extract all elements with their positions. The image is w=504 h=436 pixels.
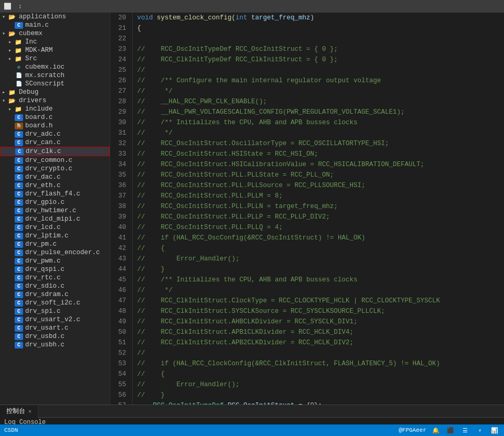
tab-console[interactable]: 控制台 ✕ <box>0 405 38 418</box>
sidebar-item-drv_clk.c[interactable]: drv_clk.c <box>0 147 110 156</box>
sidebar-item-drv_usbh.c[interactable]: drv_usbh.c <box>0 341 110 349</box>
line-content-35[interactable]: // RCC_OscInitStruct.PLL.PLLState = RCC_… <box>133 170 504 180</box>
line-content-33[interactable]: // RCC_OscInitStruct.HSIState = RCC_HSI_… <box>133 149 504 159</box>
line-content-47[interactable]: // RCC_ClkInitStruct.ClockType = RCC_CLO… <box>133 296 504 306</box>
line-content-29[interactable]: // __HAL_PWR_VOLTAGESCALING_CONFIG(PWR_R… <box>133 107 504 117</box>
line-content-37[interactable]: // RCC_OscInitStruct.PLL.PLLM = 8; <box>133 191 504 201</box>
line-content-40[interactable]: // RCC_OscInitStruct.PLL.PLLQ = 4; <box>133 222 504 233</box>
line-content-26[interactable]: // /** Configure the main internal regul… <box>133 75 504 86</box>
line-content-34[interactable]: // RCC_OscInitStruct.HSICalibrationValue… <box>133 159 504 170</box>
sidebar-item-cubemx.ioc[interactable]: cubemx.ioc <box>0 63 110 71</box>
code-row-46: 46// */ <box>110 285 504 296</box>
sidebar-item-main.c[interactable]: main.c <box>0 21 110 29</box>
sidebar-item-drivers[interactable]: drivers <box>0 96 110 105</box>
sidebar-item-Src[interactable]: Src <box>0 54 110 63</box>
sidebar-item-board.c[interactable]: board.c <box>0 113 110 122</box>
line-content-54[interactable]: // { <box>133 369 504 379</box>
sidebar-item-drv_crypto.c[interactable]: drv_crypto.c <box>0 165 110 173</box>
sidebar-item-drv_pm.c[interactable]: drv_pm.c <box>0 240 110 248</box>
line-content-21[interactable]: { <box>133 23 504 34</box>
line-content-56[interactable]: // } <box>133 390 504 400</box>
sidebar-item-drv_flash_f4.c[interactable]: drv_flash_f4.c <box>0 190 110 198</box>
line-content-28[interactable]: // __HAL_RCC_PWR_CLK_ENABLE(); <box>133 96 504 107</box>
sidebar-item-drv_gpio.c[interactable]: drv_gpio.c <box>0 198 110 206</box>
sidebar-item-drv_pwm.c[interactable]: drv_pwm.c <box>0 257 110 265</box>
sidebar-item-drv_soft_i2c.c[interactable]: drv_soft_i2c.c <box>0 299 110 307</box>
line-number-26: 26 <box>110 75 133 86</box>
sidebar-item-drv_spi.c[interactable]: drv_spi.c <box>0 307 110 315</box>
line-content-49[interactable]: // RCC_ClkInitStruct.AHBCLKDivider = RCC… <box>133 317 504 327</box>
sidebar-item-drv_usart_v2.c[interactable]: drv_usart_v2.c <box>0 315 110 324</box>
toolbar-btn-1[interactable]: ⬜ <box>2 2 13 11</box>
line-content-44[interactable]: // } <box>133 264 504 275</box>
sidebar-item-drv_dac.c[interactable]: drv_dac.c <box>0 173 110 181</box>
sidebar-label-MDK-ARM: MDK-ARM <box>25 47 110 54</box>
sidebar-label-drv_dac.c: drv_dac.c <box>25 173 110 181</box>
code-row-42: 42// { <box>110 243 504 254</box>
line-content-22[interactable] <box>133 34 504 44</box>
line-content-50[interactable]: // RCC_ClkInitStruct.APB1CLKDivider = RC… <box>133 327 504 337</box>
sidebar-item-drv_common.c[interactable]: drv_common.c <box>0 156 110 165</box>
line-content-24[interactable]: // RCC_ClkInitTypeDef RCC_ClkInitStruct … <box>133 54 504 65</box>
line-content-45[interactable]: // /** Initializes the CPU, AHB and APB … <box>133 275 504 285</box>
c-icon-drv_usart_v2.c <box>15 317 23 323</box>
code-editor[interactable]: 20void system_clock_config(int target_fr… <box>110 13 504 405</box>
line-content-36[interactable]: // RCC_OscInitStruct.PLL.PLLSource = RCC… <box>133 180 504 191</box>
sidebar-item-drv_qspi.c[interactable]: drv_qspi.c <box>0 265 110 274</box>
sidebar-label-drv_pulse_encoder.c: drv_pulse_encoder.c <box>25 249 110 256</box>
line-content-43[interactable]: // Error_Handler(); <box>133 254 504 264</box>
code-row-40: 40// RCC_OscInitStruct.PLL.PLLQ = 4; <box>110 222 504 233</box>
sidebar-item-drv_lptim.c[interactable]: drv_lptim.c <box>0 232 110 240</box>
line-content-51[interactable]: // RCC_ClkInitStruct.APB2CLKDivider = RC… <box>133 337 504 348</box>
line-content-30[interactable]: // /** Initializes the CPU, AHB and APB … <box>133 117 504 128</box>
line-content-57[interactable]: RCC_OscInitTypeDef RCC_OscInitStruct = {… <box>133 400 504 405</box>
line-content-48[interactable]: // RCC_ClkInitStruct.SYSCLKSource = RCC_… <box>133 306 504 317</box>
line-content-25[interactable]: // <box>133 65 504 75</box>
sidebar-item-drv_hwtimer.c[interactable]: drv_hwtimer.c <box>0 206 110 215</box>
line-content-38[interactable]: // RCC_OscInitStruct.PLL.PLLN = target_f… <box>133 201 504 212</box>
line-content-46[interactable]: // */ <box>133 285 504 296</box>
sidebar-item-cubemx[interactable]: cubemx <box>0 29 110 38</box>
sidebar-item-drv_lcd_mipi.c[interactable]: drv_lcd_mipi.c <box>0 215 110 223</box>
line-content-42[interactable]: // { <box>133 243 504 254</box>
folder-icon-Inc <box>15 39 23 46</box>
sidebar-label-drv_lptim.c: drv_lptim.c <box>25 232 110 239</box>
line-content-31[interactable]: // */ <box>133 128 504 138</box>
sidebar-item-Inc[interactable]: Inc <box>0 38 110 46</box>
c-icon-drv_can.c <box>15 139 23 146</box>
line-content-32[interactable]: // RCC_OscInitStruct.OscillatorType = RC… <box>133 138 504 149</box>
line-content-23[interactable]: // RCC_OscInitTypeDef RCC_OscInitStruct … <box>133 44 504 54</box>
code-table: 20void system_clock_config(int target_fr… <box>110 13 504 405</box>
sidebar-item-mx.scratch[interactable]: mx.scratch <box>0 71 110 80</box>
sidebar-item-drv_adc.c[interactable]: drv_adc.c <box>0 130 110 138</box>
code-row-30: 30// /** Initializes the CPU, AHB and AP… <box>110 117 504 128</box>
sidebar-item-drv_rtc.c[interactable]: drv_rtc.c <box>0 274 110 282</box>
sidebar-item-MDK-ARM[interactable]: MDK-ARM <box>0 46 110 54</box>
sidebar-item-drv_usbd.c[interactable]: drv_usbd.c <box>0 332 110 341</box>
sidebar-item-applications[interactable]: applications <box>0 13 110 21</box>
line-content-55[interactable]: // Error_Handler(); <box>133 379 504 390</box>
toolbar-btn-2[interactable]: ↕ <box>15 2 25 11</box>
console-close[interactable]: ✕ <box>28 408 31 415</box>
sidebar-item-include[interactable]: include <box>0 105 110 113</box>
line-content-53[interactable]: // if (HAL_RCC_ClockConfig(&RCC_ClkInitS… <box>133 358 504 369</box>
sidebar-item-drv_pulse_encoder.c[interactable]: drv_pulse_encoder.c <box>0 248 110 257</box>
sidebar-item-drv_can.c[interactable]: drv_can.c <box>0 138 110 147</box>
sidebar-item-board.h[interactable]: board.h <box>0 122 110 130</box>
line-content-27[interactable]: // */ <box>133 86 504 96</box>
sidebar-item-drv_eth.c[interactable]: drv_eth.c <box>0 181 110 190</box>
sidebar-item-drv_sdram.c[interactable]: drv_sdram.c <box>0 290 110 299</box>
sidebar-item-SConscript[interactable]: SConscript <box>0 80 110 88</box>
code-row-23: 23// RCC_OscInitTypeDef RCC_OscInitStruc… <box>110 44 504 54</box>
sidebar-item-Debug[interactable]: Debug <box>0 88 110 96</box>
c-icon-drv_eth.c <box>15 182 23 189</box>
sidebar-item-drv_lcd.c[interactable]: drv_lcd.c <box>0 223 110 232</box>
sidebar-item-drv_usart.c[interactable]: drv_usart.c <box>0 324 110 332</box>
line-content-41[interactable]: // if (HAL_RCC_OscConfig(&RCC_OscInitStr… <box>133 233 504 243</box>
line-content-39[interactable]: // RCC_OscInitStruct.PLL.PLLP = RCC_PLLP… <box>133 212 504 222</box>
statusbar-icon-5: 📊 <box>489 425 500 435</box>
sidebar-item-drv_sdio.c[interactable]: drv_sdio.c <box>0 282 110 290</box>
sidebar-label-drv_clk.c: drv_clk.c <box>26 148 109 155</box>
line-content-20[interactable]: void system_clock_config(int target_freq… <box>133 13 504 23</box>
line-content-52[interactable]: // <box>133 348 504 358</box>
